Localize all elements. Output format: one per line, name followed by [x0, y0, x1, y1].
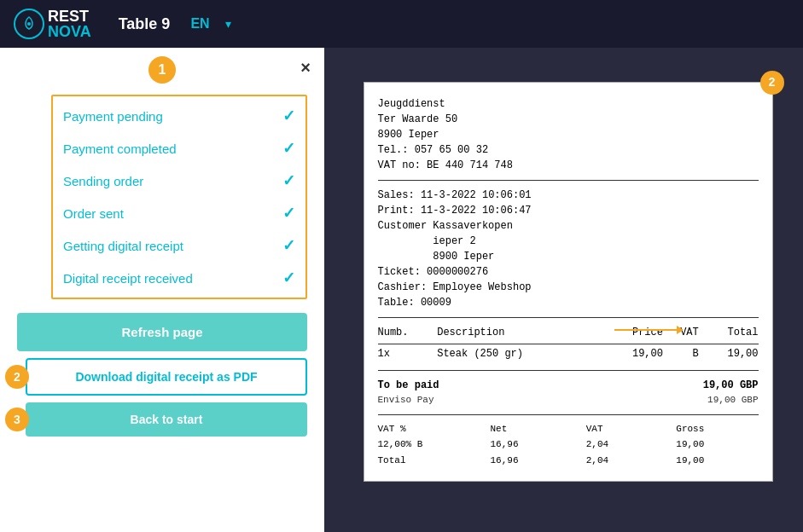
company-address1: Ter Waarde 50	[378, 112, 759, 127]
header-lang-label: EN	[190, 16, 209, 32]
list-item: Payment pending ✓	[53, 100, 305, 132]
company-tel: Tel.: 057 65 00 32	[378, 142, 759, 158]
receipt-divider-1	[378, 180, 759, 181]
table-line: Table: 00009	[378, 295, 759, 310]
customer-addr2: 8900 Ieper	[433, 249, 758, 264]
step1-badge: 1	[148, 56, 176, 84]
header: REST NOVA Table 9 EN ▾	[0, 0, 803, 48]
check-icon-2: ✓	[282, 139, 295, 158]
step2-badge: 2	[5, 365, 29, 389]
to-be-paid-amount: 19,00 GBP	[703, 378, 759, 393]
customer-line: Customer Kassaverkopen	[378, 218, 759, 234]
vat-header-gross: Gross	[676, 422, 758, 437]
checklist-label-6: Digital receipt received	[63, 271, 193, 286]
check-icon-6: ✓	[282, 269, 295, 287]
enviso-row: Enviso Pay 19,00 GBP	[378, 393, 759, 408]
receipt: 2 Jeugddienst Ter Waarde 50 8900 Ieper T…	[364, 82, 773, 482]
left-panel: × 1 Payment pending ✓ Payment completed …	[0, 48, 324, 532]
to-be-paid-section: To be paid 19,00 GBP Enviso Pay 19,00 GB…	[378, 370, 759, 408]
company-vat: VAT no: BE 440 714 748	[378, 158, 759, 173]
item-qty: 1x	[378, 344, 438, 364]
vat-grid: VAT % Net VAT Gross 12,00% B 16,96 2,04 …	[378, 422, 759, 468]
receipt-divider-2	[378, 317, 759, 318]
vat-header-vat: VAT	[586, 422, 663, 437]
logo: REST NOVA	[14, 9, 91, 39]
arrow-connector	[614, 329, 683, 331]
close-button[interactable]: ×	[300, 58, 311, 78]
back-button-wrapper: 3 Back to start	[17, 402, 307, 437]
col-desc: Description	[437, 325, 603, 344]
vat-total-vat: 2,04	[586, 454, 663, 468]
checklist-wrapper: Payment pending ✓ Payment completed ✓ Se…	[51, 95, 307, 299]
vat-total-gross: 19,00	[676, 454, 758, 468]
main-content: × 1 Payment pending ✓ Payment completed …	[0, 48, 803, 532]
company-name: Jeugddienst	[378, 96, 759, 112]
item-vat: B	[663, 344, 699, 364]
to-be-paid-row: To be paid 19,00 GBP	[378, 378, 759, 393]
list-item: Digital receipt received ✓	[53, 262, 305, 294]
ticket-line: Ticket: 0000000276	[378, 264, 759, 280]
check-icon-4: ✓	[282, 204, 295, 223]
check-icon-1: ✓	[282, 107, 295, 125]
check-icon-5: ✓	[282, 236, 295, 255]
refresh-button[interactable]: Refresh page	[17, 313, 307, 351]
checklist-label-2: Payment completed	[63, 142, 177, 156]
receipt-items-table: Numb. Description Price VAT Total 1x Ste…	[378, 325, 759, 363]
back-to-start-button[interactable]: Back to start	[26, 402, 307, 437]
print-date: Print: 11-3-2022 10:06:47	[378, 203, 759, 218]
item-total: 19,00	[699, 344, 759, 364]
col-numb: Numb.	[378, 325, 438, 344]
cashier-line: Cashier: Employee Webshop	[378, 280, 759, 295]
vat-row1-vat: 2,04	[586, 437, 663, 452]
vat-row1-net: 16,96	[491, 437, 573, 452]
checklist-label-4: Order sent	[63, 206, 124, 221]
vat-section: VAT % Net VAT Gross 12,00% B 16,96 2,04 …	[378, 414, 759, 468]
logo-text: REST NOVA	[48, 9, 91, 39]
to-be-paid-label: To be paid	[378, 378, 439, 393]
enviso-amount: 19,00 GBP	[707, 393, 758, 408]
header-table-label: Table 9	[119, 15, 171, 33]
item-desc: Steak (250 gr)	[437, 344, 603, 364]
vat-header-net: Net	[491, 422, 573, 437]
receipt-sales: Sales: 11-3-2022 10:06:01 Print: 11-3-20…	[378, 188, 759, 310]
vat-header-pct: VAT %	[378, 422, 477, 437]
download-pdf-button[interactable]: Download digital receipt as PDF	[26, 358, 307, 396]
list-item: Sending order ✓	[53, 165, 305, 197]
vat-row1-pct: 12,00% B	[378, 437, 477, 452]
vat-total-label: Total	[378, 454, 477, 468]
company-address2: 8900 Ieper	[378, 127, 759, 142]
list-item: Order sent ✓	[53, 197, 305, 229]
checklist-label-3: Sending order	[63, 174, 143, 188]
customer-addr1: ieper 2	[433, 234, 758, 249]
checklist-label-1: Payment pending	[63, 109, 163, 124]
arrow-head	[677, 326, 684, 334]
vat-row1-gross: 19,00	[676, 437, 758, 452]
enviso-label: Enviso Pay	[378, 393, 434, 408]
svg-point-0	[27, 22, 31, 26]
chevron-down-icon[interactable]: ▾	[225, 17, 231, 31]
right-panel: 2 Jeugddienst Ter Waarde 50 8900 Ieper T…	[324, 48, 803, 532]
vat-total-net: 16,96	[491, 454, 573, 468]
check-icon-3: ✓	[282, 171, 295, 190]
table-row: 1x Steak (250 gr) 19,00 B 19,00	[378, 344, 759, 364]
list-item: Payment completed ✓	[53, 132, 305, 165]
col-total: Total	[699, 325, 759, 344]
list-item: Getting digital receipt ✓	[53, 229, 305, 262]
col-price: Price	[603, 325, 663, 344]
logo-icon	[14, 9, 44, 39]
receipt-step2-badge: 2	[760, 71, 784, 95]
checklist-label-5: Getting digital receipt	[63, 239, 183, 253]
receipt-header: Jeugddienst Ter Waarde 50 8900 Ieper Tel…	[378, 96, 759, 173]
step3-badge: 3	[5, 408, 29, 431]
table-header-row: Numb. Description Price VAT Total	[378, 325, 759, 344]
sales-date: Sales: 11-3-2022 10:06:01	[378, 188, 759, 203]
download-button-wrapper: 2 Download digital receipt as PDF	[17, 358, 307, 396]
item-price: 19,00	[603, 344, 663, 364]
